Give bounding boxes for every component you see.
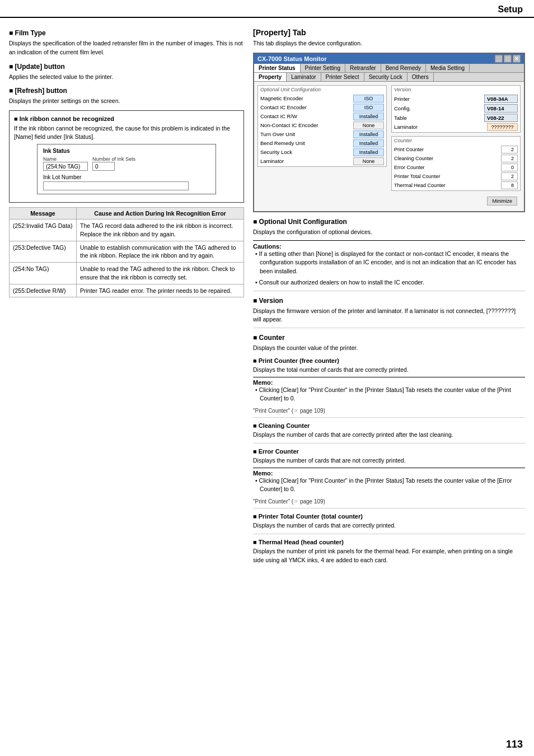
cx-subtab-laminator[interactable]: Laminator <box>287 73 321 81</box>
table-cell-cause: The TAG record data adhered to the ink r… <box>77 220 244 241</box>
cx-version-row-label: Table <box>394 115 484 121</box>
table-row: (254:No TAG)Unable to read the TAG adher… <box>10 263 244 284</box>
error-table: Message Cause and Action During Ink Reco… <box>9 207 244 297</box>
cx-two-col: Optional Unit Configuration Magnetic Enc… <box>257 85 521 194</box>
setup-title: Setup <box>498 4 523 14</box>
cx-counter-row-value: 0 <box>501 164 518 171</box>
cx-counter-row-label: Error Counter <box>394 165 501 170</box>
cx-restore-icon[interactable]: □ <box>504 55 512 63</box>
error-counter-heading: Error Counter <box>253 448 525 455</box>
film-type-heading: Film Type <box>9 29 244 37</box>
cx-tab-bend-remedy[interactable]: Bend Remedy <box>381 64 426 72</box>
version-body: Displays the firmware version of the pri… <box>253 307 525 325</box>
cx-optional-row-value: None <box>353 122 384 129</box>
cx-title-controls[interactable]: _ □ ✕ <box>495 55 521 63</box>
table-cell-cause: Unable to establish communication with t… <box>77 241 244 262</box>
cx-optional-row-label: Magnetic Encoder <box>260 95 353 101</box>
error-counter-memo-title: Memo: <box>253 470 273 477</box>
cx-optional-row-value: Installed <box>353 113 384 120</box>
right-column: [Property] Tab This tab displays the dev… <box>253 24 525 567</box>
cx-optional-unit-section: Optional Unit Configuration Magnetic Enc… <box>257 85 387 194</box>
page-header: Setup <box>0 0 534 18</box>
cx-body: Optional Unit Configuration Magnetic Enc… <box>254 82 524 211</box>
print-counter-memo-box: Memo: Clicking [Clear] for "Print Counte… <box>253 377 525 404</box>
cx-title-bar: CX-7000 Status Monitor _ □ ✕ <box>254 54 524 64</box>
num-sets-field-group: Number of Ink Sets 0 <box>92 156 135 171</box>
cx-subtab-property[interactable]: Property <box>254 73 287 81</box>
table-row: (255:Defective R/W)Printer TAG reader er… <box>10 284 244 297</box>
update-button-heading: [Update] button <box>9 63 244 71</box>
print-counter-memo-item: Clicking [Clear] for "Print Counter" in … <box>253 386 525 404</box>
table-row: (252:Invalid TAG Data)The TAG record dat… <box>10 220 244 241</box>
cx-subtab-printer-select[interactable]: Printer Select <box>321 73 364 81</box>
caution-item: If a setting other than [None] is displa… <box>253 250 525 276</box>
cx-optional-unit-title: Optional Unit Configuration <box>258 86 386 94</box>
print-counter-body: Displays the total number of cards that … <box>253 366 525 375</box>
ink-status-diagram: Ink Status Name (254:No TAG) Number of I… <box>37 144 216 194</box>
ink-ribbon-body: If the ink ribbon cannot be recognized, … <box>14 124 239 141</box>
cx-optional-row: Turn Over UnitInstalled <box>258 130 386 138</box>
print-counter-heading: Print Counter (free counter) <box>253 357 525 364</box>
cx-close-icon[interactable]: ✕ <box>513 55 521 63</box>
cx-optional-unit-box: Optional Unit Configuration Magnetic Enc… <box>257 85 387 167</box>
cx-optional-row-value: Installed <box>353 148 384 156</box>
ink-ribbon-box: Ink ribbon cannot be recognized If the i… <box>9 110 244 203</box>
cx-optional-row-value: ISO <box>353 104 384 111</box>
cx-version-row-label: Laminator <box>394 124 487 130</box>
cx-tab-printer-status[interactable]: Printer Status <box>254 64 301 72</box>
cx-version-title: Version <box>392 86 520 94</box>
cx-counter-row-value: 8 <box>501 181 518 189</box>
cx-version-row-value: V08-14 <box>484 104 518 113</box>
print-counter-page-ref: "Print Counter" (☞ page 109) <box>253 408 525 414</box>
cx-window: CX-7000 Status Monitor _ □ ✕ Printer Sta… <box>253 53 525 212</box>
cx-tab-printer-setting[interactable]: Printer Setting <box>301 64 345 72</box>
table-cell-cause: Printer TAG reader error. The printer ne… <box>77 284 244 297</box>
cx-optional-row: Contact IC EncoderISO <box>258 104 386 111</box>
cx-version-row: Laminator???????? <box>392 123 520 131</box>
cx-version-row-value: ???????? <box>487 123 518 131</box>
cx-minimize-button[interactable]: Minimize <box>487 197 517 206</box>
num-sets-label: Number of Ink Sets <box>92 156 135 162</box>
property-tab-body: This tab displays the device configurati… <box>253 39 525 48</box>
cx-tab-media-setting[interactable]: Media Setting <box>426 64 470 72</box>
ink-lot-label: Ink Lot Number <box>43 174 210 180</box>
cx-version-row: Config.V08-14 <box>392 104 520 113</box>
film-type-body: Displays the specification of the loaded… <box>9 39 244 57</box>
error-counter-memo-box: Memo: Clicking [Clear] for "Print Counte… <box>253 468 525 494</box>
cx-version-row-label: Printer <box>394 96 484 102</box>
error-counter-body: Displays the number of cards that are no… <box>253 456 525 465</box>
cx-optional-row-value: Installed <box>353 130 384 138</box>
cx-optional-row-label: Contact IC R/W <box>260 113 353 119</box>
print-counter-memo-title: Memo: <box>253 379 273 386</box>
cx-subtabs-row: Property Laminator Printer Select Securi… <box>254 73 524 82</box>
ink-lot-box <box>43 181 189 190</box>
cx-counter-row-value: 2 <box>501 172 518 180</box>
cx-window-title: CX-7000 Status Monitor <box>257 55 326 62</box>
cx-version-row-label: Config. <box>394 105 484 111</box>
cx-optional-row-label: Non-Contact IC Encoder <box>260 122 353 128</box>
error-counter-memo-item: Clicking [Clear] for "Print Counter" in … <box>253 477 525 494</box>
cx-counter-row-label: Print Counter <box>394 147 501 152</box>
cx-optional-row-value: Installed <box>353 139 384 147</box>
ink-ribbon-heading: Ink ribbon cannot be recognized <box>14 115 239 122</box>
cx-counter-row-label: Printer Total Counter <box>394 174 501 179</box>
cx-version-row: TableV08-22 <box>392 114 520 122</box>
ink-fields-row: Name (254:No TAG) Number of Ink Sets 0 <box>43 156 210 171</box>
cx-tab-retransfer[interactable]: Retransfer <box>345 64 381 72</box>
cx-counter-row-value: 2 <box>501 146 518 153</box>
cx-counter-row: Print Counter2 <box>392 146 520 153</box>
num-sets-value: 0 <box>92 162 115 171</box>
cx-minimize-icon[interactable]: _ <box>495 55 503 63</box>
cx-optional-row-label: Turn Over Unit <box>260 131 353 137</box>
cx-optional-row-value: None <box>353 157 384 165</box>
cx-counter-row: Error Counter0 <box>392 164 520 171</box>
cautions-box: Cautions: If a setting other than [None]… <box>253 240 525 287</box>
cx-subtab-others[interactable]: Others <box>407 73 434 81</box>
page-number: 113 <box>506 739 523 750</box>
refresh-button-heading: [Refresh] button <box>9 87 244 95</box>
cx-subtab-security-lock[interactable]: Security Lock <box>364 73 407 81</box>
counter-heading: Counter <box>253 334 525 342</box>
cx-counter-row: Cleaning Counter2 <box>392 155 520 162</box>
cx-optional-row: Security LockInstalled <box>258 148 386 156</box>
table-row: (253:Defective TAG)Unable to establish c… <box>10 241 244 262</box>
